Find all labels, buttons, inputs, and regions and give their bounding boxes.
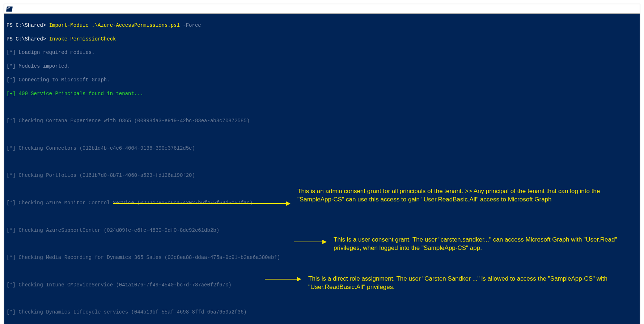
success-line: [+] 400 Service Principals found in tena… bbox=[7, 90, 637, 97]
check-line: [*] Checking Cortana Experience with O36… bbox=[7, 118, 637, 124]
check-line: [*] Checking Connectors (012b1d4b-c4c6-4… bbox=[7, 145, 637, 152]
annotation-arrow-1 bbox=[113, 203, 290, 204]
annotation-arrow-2 bbox=[294, 242, 326, 242]
blank-line bbox=[7, 159, 637, 166]
blank-line bbox=[7, 295, 637, 302]
startup-line: [*] Loadign required modules. bbox=[7, 49, 637, 56]
console-output[interactable]: PS C:\Shared> Import-Module .\Azure-Acce… bbox=[4, 14, 640, 324]
blank-line bbox=[7, 104, 637, 111]
powershell-icon bbox=[6, 7, 13, 12]
prompt-line-2: PS C:\Shared> Invoke-PermissionCheck bbox=[7, 36, 637, 43]
startup-line: [*] Modules imported. bbox=[7, 63, 637, 70]
check-line: [*] Checking Dynamics Lifecycle services… bbox=[7, 309, 637, 316]
annotation-arrow-3 bbox=[265, 279, 301, 280]
prompt-line-1: PS C:\Shared> Import-Module .\Azure-Acce… bbox=[7, 22, 637, 29]
check-line: [*] Checking Portfolios (0161b7d0-8b71-4… bbox=[7, 172, 637, 179]
powershell-window: PS C:\Shared> Import-Module .\Azure-Acce… bbox=[4, 4, 640, 324]
blank-line bbox=[7, 131, 637, 138]
window-titlebar[interactable] bbox=[4, 4, 640, 14]
annotation-2: This is a user consent grant. The user "… bbox=[334, 236, 632, 252]
annotation-1: This is an admin consent grant for all p… bbox=[297, 187, 632, 204]
check-line: [*] Checking Media Recording for Dynamic… bbox=[7, 254, 637, 261]
blank-line bbox=[7, 323, 637, 324]
blank-line bbox=[7, 268, 637, 275]
blank-line bbox=[7, 213, 637, 220]
check-line: [*] Checking AzureSupportCenter (024d09f… bbox=[7, 227, 637, 234]
annotation-3: This is a direct role assignment. The us… bbox=[308, 275, 632, 291]
startup-line: [*] Connecting to Microsoft Graph. bbox=[7, 77, 637, 84]
